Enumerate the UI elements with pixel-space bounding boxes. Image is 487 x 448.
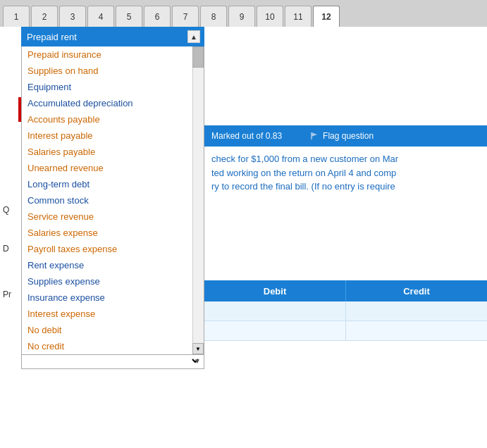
- tab-10[interactable]: 10: [257, 6, 283, 27]
- table-row: [204, 301, 487, 321]
- dropdown-container: Prepaid rent ▲ Prepaid insurance Supplie…: [21, 27, 204, 355]
- debit-cell[interactable]: [204, 301, 345, 321]
- dropdown-selected-label: Prepaid rent: [27, 32, 77, 42]
- flag-icon: [310, 131, 320, 141]
- tab-6[interactable]: 6: [144, 6, 171, 27]
- dropdown-selected[interactable]: Prepaid rent ▲: [21, 27, 204, 46]
- tab-4[interactable]: 4: [87, 6, 114, 27]
- debit-cell[interactable]: [204, 321, 345, 340]
- dropdown-arrow-icon: ▲: [187, 30, 200, 43]
- q-label: Q: [3, 205, 9, 215]
- flag-question-container[interactable]: Flag question: [310, 131, 374, 141]
- list-item[interactable]: Interest expense: [22, 306, 204, 322]
- list-item[interactable]: Accumulated depreciation: [22, 95, 204, 111]
- tab-5[interactable]: 5: [116, 6, 142, 27]
- tab-9[interactable]: 9: [228, 6, 255, 27]
- left-panel: Prepaid rent ▲ Prepaid insurance Supplie…: [0, 27, 204, 448]
- scrollbar-track[interactable]: ▲ ▼: [192, 46, 204, 354]
- list-item[interactable]: Salaries expense: [22, 225, 204, 241]
- question-line2: ted working on the return on April 4 and…: [211, 168, 396, 178]
- scroll-down-button[interactable]: ▼: [192, 343, 204, 354]
- list-item[interactable]: No debit: [22, 322, 204, 338]
- flag-question-label: Flag question: [323, 131, 374, 141]
- list-item[interactable]: Service revenue: [22, 209, 204, 225]
- bottom-select-input[interactable]: [25, 355, 201, 367]
- tab-11[interactable]: 11: [285, 6, 312, 27]
- marked-out-of: Marked out of 0.83: [211, 131, 282, 141]
- list-item[interactable]: Prepaid insurance: [22, 46, 204, 63]
- select-arrow-icon: ▼: [194, 357, 201, 365]
- dropdown-list[interactable]: Prepaid insurance Supplies on hand Equip…: [21, 46, 204, 355]
- list-item[interactable]: Salaries payable: [22, 144, 204, 160]
- content-area: Prepaid rent ▲ Prepaid insurance Supplie…: [0, 27, 487, 448]
- pr-label: Pr: [3, 290, 11, 299]
- list-item[interactable]: Common stock: [22, 192, 204, 209]
- debit-header: Debit: [204, 280, 345, 301]
- list-item[interactable]: Long-term debt: [22, 176, 204, 192]
- credit-cell[interactable]: [345, 301, 487, 321]
- tab-3[interactable]: 3: [59, 6, 86, 27]
- list-item[interactable]: Supplies on hand: [22, 63, 204, 79]
- tab-1[interactable]: 1: [3, 6, 30, 27]
- table-rows: [204, 301, 487, 341]
- tab-7[interactable]: 7: [172, 6, 199, 27]
- credit-cell[interactable]: [345, 321, 487, 340]
- table-header: Debit Credit: [204, 280, 487, 301]
- d-label: D: [3, 244, 9, 254]
- scrollbar-thumb[interactable]: [192, 46, 204, 68]
- question-text: check for $1,000 from a new customer on …: [204, 147, 487, 199]
- list-item[interactable]: Supplies expense: [22, 273, 204, 290]
- list-item[interactable]: Payroll taxes expense: [22, 241, 204, 257]
- list-item[interactable]: Accounts payable: [22, 111, 204, 127]
- list-item[interactable]: Rent expense: [22, 257, 204, 273]
- svg-marker-0: [312, 132, 317, 137]
- list-item[interactable]: Equipment: [22, 79, 204, 95]
- list-item-no-credit[interactable]: No credit: [22, 338, 204, 354]
- tab-8[interactable]: 8: [200, 6, 227, 27]
- credit-header: Credit: [345, 280, 487, 301]
- tab-2[interactable]: 2: [31, 6, 58, 27]
- tab-bar: 1 2 3 4 5 6 7 8 9 10 11 12: [0, 0, 487, 27]
- table-row: [204, 321, 487, 341]
- question-line1: check for $1,000 from a new customer on …: [211, 154, 398, 164]
- list-item[interactable]: Interest payable: [22, 127, 204, 144]
- question-meta-bar: Marked out of 0.83 Flag question: [204, 125, 487, 147]
- question-line3: ry to record the final bill. (If no entr…: [211, 181, 395, 192]
- tab-12[interactable]: 12: [313, 6, 340, 27]
- list-item[interactable]: Insurance expense: [22, 290, 204, 306]
- list-item[interactable]: Unearned revenue: [22, 160, 204, 176]
